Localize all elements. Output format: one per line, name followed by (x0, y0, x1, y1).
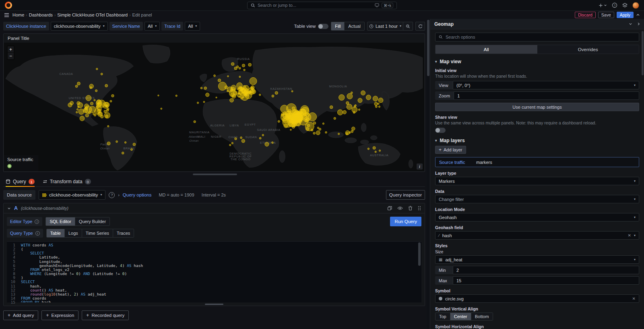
map-marker[interactable] (105, 84, 108, 87)
map-marker[interactable] (351, 92, 353, 94)
map-marker[interactable] (373, 147, 376, 149)
map-marker[interactable] (313, 132, 315, 134)
hide-response-icon[interactable] (397, 206, 403, 210)
editor-scrollbar[interactable] (427, 19, 430, 329)
map-marker[interactable] (225, 86, 228, 89)
fill-option[interactable]: Fill (331, 22, 345, 30)
clear-icon[interactable]: ✕ (632, 296, 636, 301)
panel-type-title[interactable]: Geomap (434, 21, 454, 27)
map-marker[interactable] (214, 75, 216, 77)
world-map[interactable]: RUSSIACANADAKAZAKHSTANMONGOLIAUNITED STA… (4, 43, 424, 171)
map-marker[interactable] (290, 129, 292, 130)
breadcrumb-dashboard-name[interactable]: Simple ClickHouse OTel Dashboard (57, 12, 128, 17)
actual-option[interactable]: Actual (345, 22, 364, 30)
map-marker[interactable] (98, 100, 105, 108)
layer-name[interactable]: Source traffic (439, 160, 476, 165)
location-mode-select[interactable]: Geohash ▾ (435, 213, 639, 221)
map-marker[interactable] (366, 95, 371, 100)
tab-overrides[interactable]: Overrides (537, 45, 639, 54)
map-marker[interactable] (288, 116, 291, 119)
clear-icon[interactable]: ✕ (628, 233, 631, 238)
time-range-picker[interactable]: Last 1 hour ▾ (367, 22, 403, 31)
map-marker[interactable] (351, 127, 355, 130)
map-marker[interactable] (68, 103, 72, 107)
geohash-field-select[interactable]: ∕ hash ✕ ▾ (435, 231, 639, 240)
map-marker[interactable] (86, 95, 91, 101)
map-marker[interactable] (378, 103, 379, 104)
map-marker[interactable] (292, 107, 295, 110)
map-marker[interactable] (124, 142, 126, 143)
sql-editor[interactable]: 123456789101112131415 WITH coords AS( SE… (7, 241, 421, 302)
search-input[interactable]: Search or jump to... ⌘+k (247, 2, 397, 9)
drag-handle-icon[interactable] (418, 206, 421, 211)
map-marker[interactable] (77, 109, 78, 110)
map-marker[interactable] (338, 133, 340, 134)
map-marker[interactable] (311, 129, 313, 131)
map-marker[interactable] (347, 104, 352, 110)
map-marker[interactable] (378, 98, 383, 103)
query-builder-option[interactable]: Query Builder (75, 217, 109, 226)
query-type-table[interactable]: Table (47, 229, 65, 237)
map-marker[interactable] (325, 131, 327, 133)
map-marker[interactable] (235, 138, 237, 140)
map-marker[interactable] (240, 137, 242, 139)
map-marker[interactable] (85, 114, 89, 117)
collapse-sidebar-icon[interactable] (637, 22, 640, 26)
map-marker[interactable] (259, 94, 261, 95)
map-marker[interactable] (204, 87, 207, 90)
expression-button[interactable]: +Expression (41, 310, 78, 320)
editor-resize-handle[interactable] (4, 302, 425, 306)
sidebar-scrollbar[interactable] (642, 31, 644, 75)
map-marker[interactable] (352, 107, 357, 112)
map-marker[interactable] (206, 93, 209, 97)
map-marker[interactable] (313, 122, 316, 124)
map-marker[interactable] (80, 116, 85, 121)
section-map-view[interactable]: ▾ Map view (435, 59, 639, 64)
table-view-toggle[interactable] (318, 24, 328, 29)
layer-row-source-traffic[interactable]: Source traffic markers (435, 157, 639, 167)
map-marker[interactable] (334, 117, 336, 120)
map-marker[interactable] (229, 144, 231, 146)
sql-code[interactable]: WITH coords AS( SELECT Latitude, Longitu… (18, 242, 421, 302)
panel-title[interactable]: Panel Title (4, 34, 425, 43)
map-marker[interactable] (78, 102, 83, 108)
map-marker[interactable] (96, 68, 98, 70)
valign-center[interactable]: Center (450, 313, 471, 320)
chevron-down-icon[interactable] (629, 22, 632, 26)
map-marker[interactable] (358, 109, 360, 110)
map-marker[interactable] (367, 148, 369, 149)
map-marker[interactable] (122, 152, 124, 154)
map-marker[interactable] (227, 90, 228, 92)
map-marker[interactable] (272, 95, 274, 97)
breadcrumb-dashboards[interactable]: Dashboards (29, 12, 53, 17)
map-zoom-in-button[interactable]: + (8, 46, 14, 53)
map-marker[interactable] (322, 123, 324, 124)
service-name-select[interactable]: All ▾ (144, 22, 160, 31)
map-marker[interactable] (343, 110, 347, 114)
map-zoom-out-button[interactable]: − (8, 53, 14, 59)
map-marker[interactable] (304, 117, 308, 120)
breadcrumb-home[interactable]: Home (12, 12, 24, 17)
map-marker[interactable] (234, 67, 237, 70)
valign-bottom[interactable]: Bottom (471, 313, 493, 320)
map-marker[interactable] (231, 62, 234, 66)
map-marker[interactable] (248, 63, 252, 66)
query-options-link[interactable]: Query options (123, 192, 152, 197)
max-input[interactable]: 15 (453, 276, 639, 285)
map-marker[interactable] (107, 142, 110, 145)
map-marker[interactable] (252, 89, 256, 94)
map-marker[interactable] (278, 120, 280, 122)
map-marker[interactable] (346, 132, 348, 135)
map-marker[interactable] (262, 134, 264, 136)
map-marker[interactable] (249, 91, 251, 93)
map-marker[interactable] (200, 87, 202, 89)
map-marker[interactable] (239, 67, 241, 69)
map-marker[interactable] (76, 111, 78, 113)
map-marker[interactable] (230, 98, 234, 102)
map-marker[interactable] (272, 142, 274, 144)
share-view-toggle[interactable] (435, 128, 446, 133)
collapse-options-icon[interactable] (636, 13, 640, 17)
map-marker[interactable] (158, 95, 159, 96)
map-marker[interactable] (319, 128, 321, 130)
symbol-select[interactable]: circle.svg ✕ (435, 294, 639, 303)
